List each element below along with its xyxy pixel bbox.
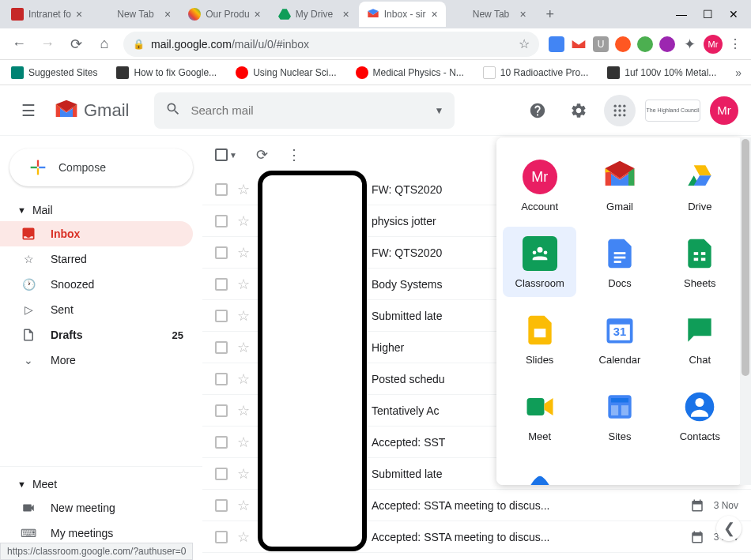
home-button[interactable]: ⌂ bbox=[92, 32, 117, 57]
star-icon[interactable]: ☆ bbox=[237, 402, 250, 419]
ext-translate-icon[interactable] bbox=[549, 36, 564, 52]
app-item-account[interactable]: MrAccount bbox=[503, 150, 576, 220]
reload-button[interactable]: ⟳ bbox=[63, 32, 89, 57]
sidebar-item-more[interactable]: ⌄More bbox=[0, 348, 193, 373]
forward-button[interactable]: → bbox=[35, 32, 60, 57]
row-checkbox[interactable] bbox=[215, 215, 228, 227]
tab-inbox[interactable]: Inbox - sir× bbox=[359, 2, 446, 27]
star-icon[interactable]: ☆ bbox=[237, 307, 250, 325]
app-item-gmail[interactable]: Gmail bbox=[583, 150, 656, 220]
search-options-button[interactable]: ▼ bbox=[435, 105, 444, 116]
bookmark-radioactive[interactable]: 10 Radioactive Pro... bbox=[478, 63, 593, 82]
bookmark-metal[interactable]: 1uf 100v 10% Metal... bbox=[602, 63, 721, 82]
star-icon[interactable]: ☆ bbox=[237, 276, 250, 293]
search-input[interactable] bbox=[191, 103, 434, 117]
ext-purple-icon[interactable] bbox=[659, 36, 675, 52]
star-icon[interactable]: ☆ bbox=[237, 244, 250, 261]
app-item-calendar[interactable]: 31Calendar bbox=[583, 303, 656, 374]
app-item-classroom[interactable]: Classroom bbox=[503, 227, 576, 297]
sidebar-item-starred[interactable]: ☆Starred bbox=[0, 246, 193, 272]
app-item-slides[interactable]: Slides bbox=[503, 303, 576, 374]
row-checkbox[interactable] bbox=[215, 468, 228, 480]
select-all-checkbox[interactable]: ▼ bbox=[215, 148, 237, 161]
maximize-button[interactable]: ☐ bbox=[703, 8, 713, 21]
close-icon[interactable]: × bbox=[343, 8, 349, 21]
bookmark-suggested[interactable]: Suggested Sites bbox=[6, 63, 102, 82]
sidebar-item-inbox[interactable]: Inbox bbox=[0, 221, 193, 246]
app-item-chat[interactable]: Chat bbox=[663, 303, 737, 374]
chevron-down-icon: ⌄ bbox=[21, 354, 36, 366]
search-box[interactable]: ▼ bbox=[154, 92, 455, 129]
app-item-docs[interactable]: Docs bbox=[583, 227, 656, 297]
close-icon[interactable]: × bbox=[432, 8, 438, 21]
app-item-meet[interactable]: Meet bbox=[503, 380, 576, 450]
row-checkbox[interactable] bbox=[215, 404, 228, 417]
extensions-icon[interactable]: ✦ bbox=[681, 36, 697, 52]
sidebar-item-new-meeting[interactable]: New meeting bbox=[0, 495, 193, 521]
close-window-button[interactable]: ✕ bbox=[729, 8, 738, 21]
gmail-logo[interactable]: Gmail bbox=[54, 98, 129, 123]
tab-intranet[interactable]: Intranet fo× bbox=[3, 2, 90, 27]
bookmark-google-fix[interactable]: How to fix Google... bbox=[111, 63, 221, 82]
star-icon[interactable]: ☆ bbox=[237, 181, 250, 198]
tab-newtab1[interactable]: New Tab× bbox=[92, 2, 179, 27]
apps-scrollbar[interactable] bbox=[740, 137, 751, 485]
row-checkbox[interactable] bbox=[215, 341, 228, 354]
app-item-contacts[interactable]: Contacts bbox=[663, 380, 737, 450]
close-icon[interactable]: × bbox=[76, 8, 82, 21]
star-icon[interactable]: ☆ bbox=[237, 370, 250, 388]
new-tab-button[interactable]: + bbox=[539, 3, 561, 25]
sidebar-item-snoozed[interactable]: 🕐Snoozed bbox=[0, 272, 193, 297]
sidebar-item-drafts[interactable]: Drafts25 bbox=[0, 322, 193, 348]
star-icon[interactable]: ☆ bbox=[237, 212, 250, 230]
sidebar-item-sent[interactable]: ▷Sent bbox=[0, 297, 193, 322]
close-icon[interactable]: × bbox=[520, 8, 526, 21]
bookmark-nuclear[interactable]: Using Nuclear Sci... bbox=[231, 63, 341, 82]
meet-section-header[interactable]: ▼Meet bbox=[0, 473, 202, 495]
ext-u-icon[interactable]: U bbox=[593, 36, 609, 52]
bookmark-medical[interactable]: Medical Physics - N... bbox=[351, 63, 469, 82]
tab-drive[interactable]: My Drive× bbox=[270, 2, 357, 27]
star-icon[interactable]: ☆ bbox=[237, 339, 250, 356]
ext-gmail-icon[interactable] bbox=[571, 36, 587, 52]
row-checkbox[interactable] bbox=[215, 436, 228, 449]
app-item-drive[interactable]: Drive bbox=[663, 150, 737, 220]
account-avatar[interactable]: Mr bbox=[710, 96, 738, 125]
apps-launcher-button[interactable] bbox=[604, 95, 636, 126]
ext-orange-icon[interactable] bbox=[615, 36, 631, 52]
side-panel-toggle[interactable]: ❮ bbox=[716, 516, 742, 541]
bookmark-star-icon[interactable]: ☆ bbox=[519, 36, 530, 51]
minimize-button[interactable]: — bbox=[676, 8, 687, 21]
app-item-partial[interactable] bbox=[503, 457, 576, 485]
star-icon[interactable]: ☆ bbox=[237, 434, 250, 451]
tab-google[interactable]: Our Produ× bbox=[180, 2, 269, 27]
app-item-sites[interactable]: Sites bbox=[583, 380, 656, 450]
row-checkbox[interactable] bbox=[215, 278, 228, 291]
row-checkbox[interactable] bbox=[215, 531, 228, 543]
row-checkbox[interactable] bbox=[215, 246, 228, 259]
ext-green-icon[interactable] bbox=[637, 36, 653, 52]
row-checkbox[interactable] bbox=[215, 183, 228, 196]
settings-button[interactable] bbox=[563, 95, 594, 126]
profile-avatar[interactable]: Mr bbox=[704, 35, 723, 54]
star-icon[interactable]: ☆ bbox=[237, 497, 250, 514]
close-icon[interactable]: × bbox=[255, 8, 261, 21]
row-checkbox[interactable] bbox=[215, 310, 228, 322]
main-menu-button[interactable]: ☰ bbox=[13, 95, 44, 126]
compose-button[interactable]: Compose bbox=[9, 148, 193, 186]
mail-section-header[interactable]: ▼Mail bbox=[0, 199, 202, 221]
support-button[interactable] bbox=[522, 95, 553, 126]
browser-menu-button[interactable]: ⋮ bbox=[726, 36, 745, 51]
refresh-button[interactable]: ⟳ bbox=[256, 146, 268, 163]
bookmarks-overflow-button[interactable]: » bbox=[730, 66, 746, 79]
row-checkbox[interactable] bbox=[215, 499, 228, 512]
back-button[interactable]: ← bbox=[6, 32, 32, 57]
tab-newtab2[interactable]: New Tab× bbox=[447, 2, 534, 27]
row-checkbox[interactable] bbox=[215, 373, 228, 385]
star-icon[interactable]: ☆ bbox=[237, 465, 250, 483]
address-bar[interactable]: 🔒 mail.google.com/mail/u/0/#inbox ☆ bbox=[123, 32, 539, 57]
close-icon[interactable]: × bbox=[164, 8, 171, 21]
more-actions-button[interactable]: ⋮ bbox=[287, 146, 301, 163]
star-icon[interactable]: ☆ bbox=[237, 528, 250, 546]
app-item-sheets[interactable]: Sheets bbox=[663, 227, 737, 297]
